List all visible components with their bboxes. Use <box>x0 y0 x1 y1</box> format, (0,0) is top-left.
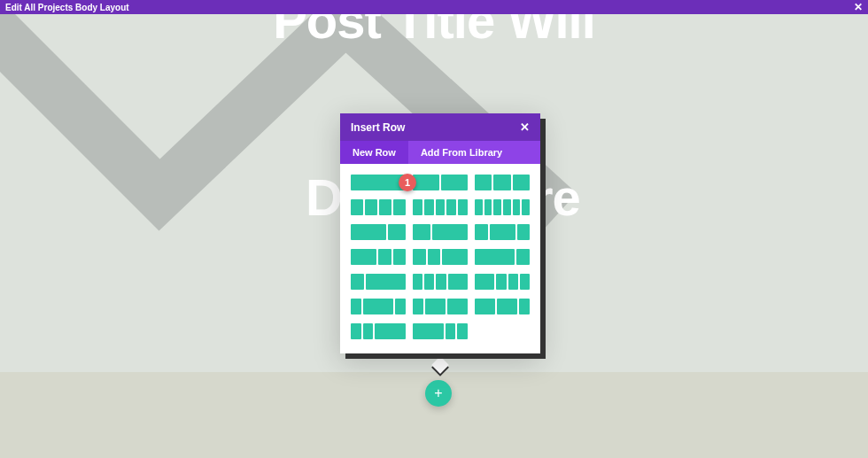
layout-1-2[interactable] <box>413 224 468 240</box>
close-editor-icon[interactable]: ✕ <box>854 2 863 12</box>
modal-header: Insert Row ✕ <box>340 113 540 141</box>
layout-1-3[interactable] <box>351 274 406 290</box>
layout-2col[interactable] <box>413 175 468 190</box>
editor-top-bar: Edit All Projects Body Layout ✕ <box>0 0 868 14</box>
layout-3-1-1[interactable] <box>413 323 468 339</box>
layout-1-1-2[interactable] <box>413 249 468 265</box>
modal-tabs: New Row Add From Library <box>340 141 540 164</box>
modal-title: Insert Row <box>351 121 405 134</box>
modal-close-icon[interactable]: ✕ <box>520 120 530 134</box>
layout-6col[interactable] <box>475 199 530 215</box>
layout-1-2-2[interactable] <box>413 299 468 314</box>
layout-3col[interactable] <box>475 175 530 190</box>
insert-row-modal: Insert Row ✕ New Row Add From Library <box>340 113 540 353</box>
layout-1-3-1[interactable] <box>351 299 406 314</box>
hero-title: Post Title Will Di re <box>0 0 868 109</box>
layout-1-1-3[interactable] <box>351 323 406 339</box>
modal-body <box>340 164 540 353</box>
tab-add-from-library[interactable]: Add From Library <box>408 141 515 164</box>
layout-3-1[interactable] <box>475 249 530 265</box>
layout-2-1[interactable] <box>351 224 406 240</box>
layout-2-1-1[interactable] <box>351 249 406 265</box>
layout-1col[interactable] <box>351 175 406 190</box>
layout-1-2-1[interactable] <box>475 224 530 240</box>
layout-4col[interactable] <box>351 199 406 215</box>
page-stage: Post Title Will Di re Edit All Projects … <box>0 0 868 458</box>
layout-2-2-1[interactable] <box>475 299 530 314</box>
step-marker-label: 1 <box>405 177 410 188</box>
add-row-button[interactable]: + <box>425 380 452 407</box>
step-marker-1: 1 <box>399 174 416 191</box>
layout-2-1-1-1[interactable] <box>475 274 530 290</box>
tab-new-row[interactable]: New Row <box>340 141 408 164</box>
layout-5col[interactable] <box>413 199 468 215</box>
plus-icon: + <box>434 385 442 401</box>
layout-1-1-1-2[interactable] <box>413 274 468 290</box>
editor-title: Edit All Projects Body Layout <box>5 3 854 12</box>
